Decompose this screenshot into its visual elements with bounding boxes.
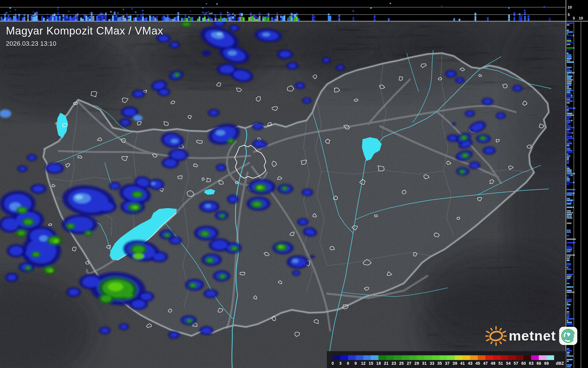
metnet-app-icon [559,325,578,346]
dbz-cell-45 [478,355,485,360]
dbz-cell-6 [348,355,356,360]
dbz-tick-0: 0 [332,361,334,366]
dbz-tick-18: 18 [376,361,381,366]
dbz-tick-21: 21 [384,361,389,366]
dbz-tick-labels: 0369121518212325272931333537394143454749… [327,361,566,367]
dbz-tick-45: 45 [475,361,480,366]
svg-text:5: 5 [573,16,575,20]
map-layer [0,0,588,368]
right-panel-divider [566,0,566,368]
logo-text: metnet [509,328,556,344]
dbz-tick-27: 27 [407,361,411,366]
dbz-tick-37: 37 [445,361,450,366]
dbz-tick-39: 39 [453,361,457,366]
dbz-tick-33: 33 [430,361,434,366]
dbz-cell-66 [539,355,546,360]
dbz-cell-9 [356,355,363,360]
dbz-cell-0 [333,355,340,360]
dbz-cell-39 [455,355,462,360]
dbz-cell-21 [386,355,394,360]
dbz-tick-15: 15 [369,361,373,366]
dbz-tick-63: 63 [529,361,534,366]
dbz-cell-63 [531,355,539,360]
top-panel-divider [0,21,588,22]
dbz-cell-69 [546,355,554,360]
dbz-tick-12: 12 [361,361,366,366]
dbz-tick-3: 3 [339,361,342,366]
dbz-cell-12 [363,355,371,360]
dbz-colorbar [333,355,554,360]
dbz-cell-25 [401,355,409,360]
svg-text:10: 10 [568,5,572,9]
dbz-cell-33 [432,355,440,360]
svg-text:10: 10 [579,16,583,20]
dbz-cell-49 [493,355,501,360]
dbz-cell-60 [523,355,531,360]
metnet-logo: metnet [484,323,578,348]
svg-text:5: 5 [568,12,570,17]
dbz-cell-54 [508,355,516,360]
dbz-cell-18 [378,355,386,360]
dbz-tick-41: 41 [460,361,465,366]
dbz-cell-27 [409,355,417,360]
sun-icon [484,323,508,348]
dbz-tick-54: 54 [506,361,511,366]
dbz-tick-6: 6 [347,361,349,366]
dbz-tick-51: 51 [498,361,503,366]
dbz-cell-51 [501,355,508,360]
dbz-unit-label: dBZ [556,361,564,366]
dbz-tick-9: 9 [355,361,357,366]
dbz-cell-43 [470,355,478,360]
dbz-tick-43: 43 [468,361,472,366]
dbz-tick-60: 60 [521,361,526,366]
dbz-tick-69: 69 [544,361,549,366]
dbz-cell-37 [447,355,455,360]
dbz-cell-23 [394,355,401,360]
dbz-cell-15 [371,355,378,360]
dbz-tick-31: 31 [422,361,427,366]
dbz-cell-57 [516,355,523,360]
dbz-tick-25: 25 [399,361,404,366]
dbz-cell-31 [424,355,432,360]
dbz-tick-47: 47 [483,361,488,366]
dbz-cell-29 [417,355,424,360]
dbz-tick-49: 49 [491,361,495,366]
dbz-tick-29: 29 [414,361,419,366]
radar-composite-screen: 105510 Magyar Kompozit CMax / VMax 2026.… [0,0,588,368]
dbz-legend: 0369121518212325272931333537394143454749… [327,351,566,368]
dbz-cell-3 [340,355,348,360]
dbz-tick-35: 35 [437,361,442,366]
dbz-tick-66: 66 [537,361,541,366]
dbz-cell-35 [439,355,447,360]
dbz-tick-23: 23 [391,361,396,366]
dbz-cell-47 [485,355,493,360]
dbz-tick-57: 57 [514,361,518,366]
dbz-cell-41 [462,355,470,360]
radar-map: 105510 [0,0,588,368]
